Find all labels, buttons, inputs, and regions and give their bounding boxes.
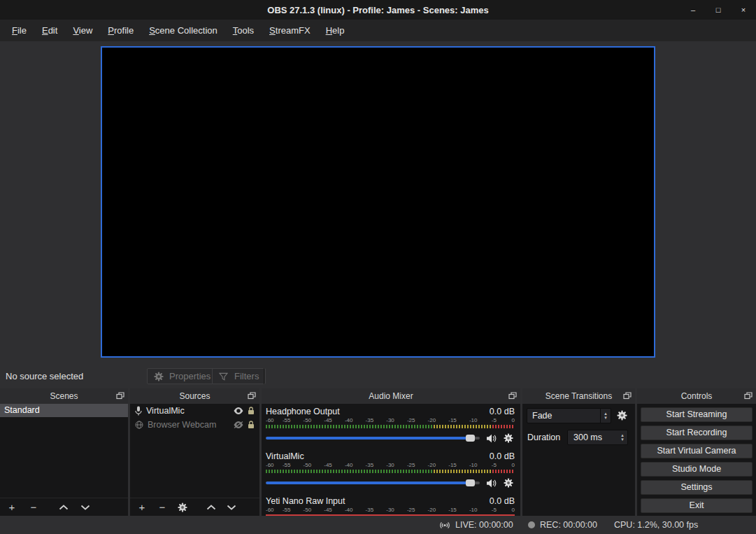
gear-icon[interactable] [504,478,515,488]
maximize-button[interactable]: □ [714,6,722,14]
controls-dock-header: Controls [637,388,756,404]
audio-mixer-dock: Audio Mixer Headphone Output 0.0 dB -60-… [262,388,520,516]
scene-item[interactable]: Standard [0,404,128,417]
globe-icon [135,421,143,429]
lock-icon[interactable] [248,421,255,429]
scenes-dock-title: Scenes [50,391,78,401]
channel-name: Headphone Output [266,407,340,416]
menu-item-streamfx[interactable]: StreamFX [262,22,318,39]
speaker-icon[interactable] [486,479,497,488]
transition-select[interactable]: Fade ▴ ▾ [527,408,611,423]
channel-level: 0.0 dB [490,496,515,506]
preview-canvas[interactable] [101,46,655,358]
popout-dock-icon[interactable] [623,392,632,400]
popout-dock-icon[interactable] [508,392,517,400]
remove-scene-button[interactable]: − [29,502,38,512]
remove-source-button[interactable]: − [157,502,167,512]
scene-transitions-body: Fade ▴ ▾ Duration 300 ms ▴ ▾ [522,404,635,516]
volume-slider[interactable] [266,432,480,444]
controls-dock-title: Controls [681,391,713,401]
eye-icon[interactable] [234,407,243,414]
source-row[interactable]: Browser Webcam [130,418,259,432]
audio-meter [266,425,515,428]
start-virtual-camera-button[interactable]: Start Virtual Camera [641,444,753,458]
sources-dock-header: Sources [130,388,259,404]
mixer-channel: VirtualMic 0.0 dB -60-55-50-45-40-35-30-… [266,451,515,489]
scene-transitions-dock: Scene Transitions Fade ▴ ▾ Duration 300 … [522,388,635,516]
scene-list: Standard [0,404,128,498]
scenes-dock-header: Scenes [0,388,128,404]
studio-mode-button[interactable]: Studio Mode [641,462,753,477]
channel-name: Yeti Nano Raw Input [266,496,345,506]
scenes-dock-body: Standard + − [0,404,128,516]
popout-dock-icon[interactable] [248,392,256,400]
slider-handle[interactable] [466,479,475,486]
source-properties-gear-icon[interactable] [178,503,187,512]
spin-down-icon: ▾ [621,437,624,442]
menu-item-scene-collection[interactable]: Scene Collection [141,22,225,39]
source-list: VirtualMic Browser Webcam [130,404,259,498]
microphone-icon [135,406,142,416]
mixer-channel: Yeti Nano Raw Input 0.0 dB -60-55-50-45-… [266,496,515,516]
scene-down-button[interactable] [80,505,90,510]
properties-label: Properties [169,371,211,381]
source-down-button[interactable] [227,505,236,510]
exit-button[interactable]: Exit [641,498,753,513]
combo-spinner[interactable]: ▴ ▾ [600,409,611,423]
filters-button[interactable]: Filters [212,368,266,384]
mixer-channel: Headphone Output 0.0 dB -60-55-50-45-40-… [266,406,515,444]
workspace [0,41,756,366]
start-streaming-button[interactable]: Start Streaming [641,407,753,422]
sources-dock-title: Sources [179,391,210,401]
audio-mixer-dock-header: Audio Mixer [262,388,520,404]
rec-status-group: REC: 00:00:00 [528,516,597,534]
audio-mixer-dock-title: Audio Mixer [369,391,413,401]
menu-item-tools[interactable]: Tools [225,22,262,39]
properties-button[interactable]: Properties [147,368,217,384]
menu-item-profile[interactable]: Profile [100,22,141,39]
spin-down-icon: ▾ [604,416,607,420]
settings-button[interactable]: Settings [641,480,753,495]
sources-dock-body: VirtualMic Browser Webcam [130,404,259,516]
volume-slider[interactable] [266,477,480,489]
window-title: OBS 27.1.3 (linux) - Profile: James - Sc… [267,5,488,15]
sources-list-toolbar: + − [130,498,259,516]
menu-item-help[interactable]: Help [318,22,352,39]
sources-dock: Sources VirtualMic [130,388,259,516]
popout-dock-icon[interactable] [116,392,124,400]
filters-label: Filters [234,371,259,381]
lock-icon[interactable] [248,407,255,415]
scene-transitions-dock-header: Scene Transitions [522,388,635,404]
source-row[interactable]: VirtualMic [130,404,259,418]
start-recording-button[interactable]: Start Recording [641,426,753,440]
channel-name: VirtualMic [266,451,304,461]
scene-transitions-dock-title: Scene Transitions [545,391,612,401]
minimize-button[interactable]: – [689,6,697,14]
gear-icon[interactable] [504,433,515,443]
menu-item-file[interactable]: File [4,22,34,39]
speaker-icon[interactable] [486,434,497,443]
add-scene-button[interactable]: + [7,502,17,512]
menu-item-view[interactable]: View [65,22,100,39]
spinbox-arrows[interactable]: ▴ ▾ [618,430,627,444]
source-label: Browser Webcam [148,420,216,430]
source-label: VirtualMic [146,406,185,416]
source-up-button[interactable] [206,505,216,510]
meter-scale: -60-55-50-45-40-35-30-25-20-15-10-50 [266,462,515,470]
audio-mixer-body: Headphone Output 0.0 dB -60-55-50-45-40-… [262,404,520,516]
eye-slash-icon[interactable] [234,421,243,428]
add-source-button[interactable]: + [137,502,147,512]
close-button[interactable]: × [739,6,748,14]
duration-spinbox[interactable]: 300 ms ▴ ▾ [567,430,628,445]
menu-item-edit[interactable]: Edit [34,22,65,39]
window-controls: – □ × [689,0,748,20]
controls-body: Start Streaming Start Recording Start Vi… [637,404,756,516]
slider-handle[interactable] [466,435,475,442]
live-status: LIVE: 00:00:00 [455,520,513,530]
no-source-label: No source selected [6,371,83,381]
scene-up-button[interactable] [59,505,69,510]
channel-level: 0.0 dB [490,407,515,416]
popout-dock-icon[interactable] [744,392,753,400]
duration-value: 300 ms [573,433,602,442]
transition-properties-gear-icon[interactable] [617,410,627,421]
